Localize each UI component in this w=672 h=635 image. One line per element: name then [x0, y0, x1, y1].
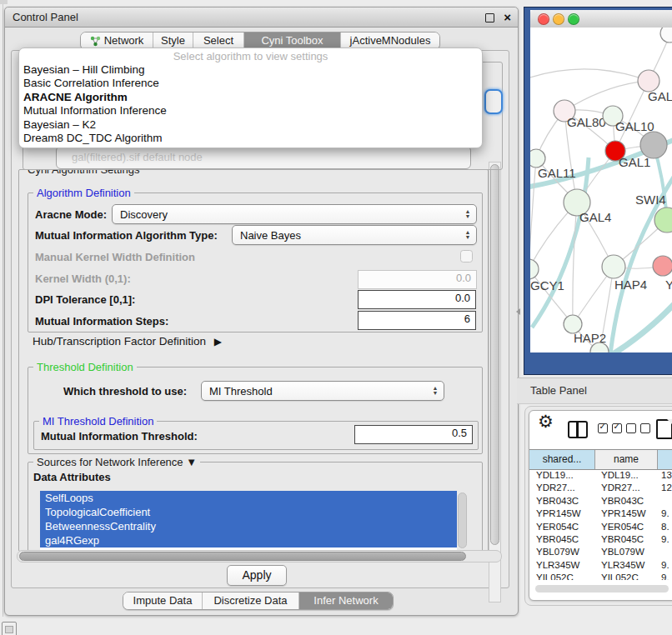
data-attributes-list[interactable]: SelfLoops TopologicalCoefficient Between…: [40, 491, 468, 551]
table-cell[interactable]: YBR043C: [594, 495, 656, 508]
kernel-width-field[interactable]: 0.0: [358, 270, 477, 289]
table-cell[interactable]: YDL19...: [594, 469, 656, 482]
gear-icon[interactable]: ⚙: [538, 412, 554, 432]
table-cell[interactable]: 12: [656, 482, 672, 494]
table-cell[interactable]: 13: [656, 469, 672, 482]
mi-threshold-field[interactable]: 0.5: [354, 425, 473, 444]
column-header-name[interactable]: name: [595, 450, 658, 469]
table-row[interactable]: YIL052CYIL052C9.: [529, 572, 672, 580]
table-cell[interactable]: YBR043C: [529, 495, 594, 508]
table-row[interactable]: YPR145WYPR145W9.: [529, 508, 672, 520]
table-cell[interactable]: 9.: [656, 559, 669, 572]
tab-infer-network[interactable]: Infer Network: [298, 592, 393, 609]
table-row[interactable]: YBR043CYBR043C: [529, 495, 672, 508]
settings-horizontal-scrollbar[interactable]: [17, 550, 502, 562]
network-node[interactable]: [530, 149, 545, 168]
mi-algorithm-type-combo[interactable]: Naive Bayes ▲▼: [232, 225, 477, 245]
float-window-icon[interactable]: [485, 13, 494, 22]
list-scrollbar[interactable]: [457, 491, 468, 551]
table-row[interactable]: YDR27...YDR27...12: [529, 482, 672, 494]
mi-steps-field[interactable]: 6: [358, 311, 476, 330]
network-node[interactable]: [653, 256, 672, 276]
tab-network[interactable]: Network: [81, 32, 153, 49]
sources-toggle[interactable]: Sources for Network Inference ▼: [33, 456, 200, 468]
table-cell[interactable]: 9.: [656, 572, 669, 580]
network-node[interactable]: [530, 259, 539, 279]
network-table-combo[interactable]: gal(filtered).sif default node: [56, 146, 471, 169]
new-table-icon[interactable]: [656, 419, 672, 439]
scrollbar-thumb[interactable]: [19, 552, 466, 561]
close-traffic-light[interactable]: [538, 13, 549, 25]
table-cell[interactable]: YDL19...: [529, 469, 594, 482]
table-cell[interactable]: YLR345W: [594, 559, 656, 572]
table-cell[interactable]: YIL052C: [594, 572, 656, 580]
table-cell[interactable]: YBR045C: [594, 533, 656, 546]
table-cell[interactable]: 8.: [656, 521, 669, 533]
table-row[interactable]: YBL079WYBL079W: [529, 546, 672, 558]
dropdown-item[interactable]: Dream8 DC_TDC Algorithm: [19, 132, 482, 145]
table-cell[interactable]: YBL079W: [594, 546, 656, 558]
tab-jactivemnodules[interactable]: jActiveMNodules: [340, 32, 439, 49]
table-cell[interactable]: YBL079W: [529, 546, 594, 558]
tab-impute-data[interactable]: Impute Data: [123, 592, 202, 609]
network-canvas[interactable]: GALGAL80GAL10GAL1GAL11GAL4SWI4GCY1HAP4YH…: [530, 28, 672, 352]
manual-kernel-width-checkbox[interactable]: [460, 250, 473, 262]
dropdown-item[interactable]: Bayesian – K2: [19, 118, 482, 132]
tab-cyni-toolbox[interactable]: Cyni Toolbox: [243, 32, 340, 49]
hub-definition-toggle[interactable]: Hub/Transcription Factor Definition ▶: [33, 335, 222, 348]
scrollbar-thumb[interactable]: [490, 164, 499, 545]
table-cell[interactable]: YDR27...: [594, 482, 656, 494]
tab-select[interactable]: Select: [193, 32, 243, 49]
scrollbar-thumb[interactable]: [458, 492, 467, 548]
table-cell[interactable]: YPR145W: [594, 508, 656, 520]
table-cell[interactable]: [656, 495, 661, 508]
focused-combo-fragment[interactable]: [484, 89, 503, 114]
table-cell[interactable]: YIL052C: [529, 572, 594, 580]
table-row[interactable]: YER054CYER054C8.: [529, 521, 672, 533]
table-cell[interactable]: YDR27...: [529, 482, 594, 494]
minimize-traffic-light[interactable]: [553, 13, 564, 25]
dpi-tolerance-field[interactable]: 0.0: [358, 290, 476, 309]
dropdown-item[interactable]: Bayesian – Hill Climbing: [19, 63, 482, 77]
scrollbar-thumb[interactable]: [535, 585, 669, 592]
splitter-handle-icon[interactable]: [516, 308, 520, 315]
network-node[interactable]: [660, 28, 672, 42]
tab-style[interactable]: Style: [153, 32, 193, 49]
table-cell[interactable]: YBR045C: [529, 533, 594, 546]
which-threshold-combo[interactable]: MI Threshold ▲▼: [201, 381, 444, 401]
dropdown-item-highlighted[interactable]: ARACNE Algorithm: [19, 91, 482, 104]
table-row[interactable]: YBR045CYBR045C9.: [529, 533, 672, 546]
list-item[interactable]: BetweennessCentrality: [40, 519, 457, 533]
table-cell[interactable]: YER054C: [594, 521, 656, 533]
dropdown-item[interactable]: Mutual Information Inference: [19, 104, 482, 118]
select-all-checkboxes-icon[interactable]: [598, 423, 622, 433]
table-cell[interactable]: YER054C: [529, 521, 594, 533]
list-item[interactable]: gal4RGexp: [40, 533, 457, 548]
minimized-panel-icon[interactable]: [2, 622, 17, 635]
tab-discretize-data[interactable]: Discretize Data: [202, 592, 298, 609]
table-cell[interactable]: 9.: [656, 533, 669, 546]
table-cell[interactable]: [656, 546, 661, 558]
which-threshold-label: Which threshold to use:: [63, 385, 187, 398]
columns-icon[interactable]: [568, 421, 588, 438]
table-cell[interactable]: 9.: [656, 508, 669, 520]
table-row[interactable]: YDL19...YDL19...13: [529, 469, 672, 482]
close-icon[interactable]: ×: [504, 8, 511, 27]
settings-vertical-scrollbar[interactable]: [489, 162, 501, 602]
network-node[interactable]: [602, 255, 625, 278]
column-header-partial[interactable]: [658, 450, 672, 469]
list-item[interactable]: TopologicalCoefficient: [40, 505, 457, 519]
dropdown-item[interactable]: Basic Correlation Inference: [19, 77, 482, 90]
table-cell[interactable]: YLR345W: [529, 559, 594, 572]
list-item[interactable]: SelfLoops: [40, 491, 457, 505]
table-cell[interactable]: YPR145W: [529, 508, 594, 520]
apply-button[interactable]: Apply: [227, 565, 287, 586]
deselect-all-checkboxes-icon[interactable]: [626, 423, 650, 433]
column-header-shared-name[interactable]: shared...: [529, 450, 595, 469]
table-row[interactable]: YLR345WYLR345W9.: [529, 559, 672, 572]
table-body[interactable]: YDL19...YDL19...13YDR27...YDR27...12YBR0…: [529, 469, 672, 580]
table-horizontal-scrollbar[interactable]: [534, 585, 672, 592]
network-node[interactable]: [640, 132, 667, 158]
zoom-traffic-light[interactable]: [568, 13, 579, 25]
aracne-mode-combo[interactable]: Discovery ▲▼: [112, 204, 477, 224]
